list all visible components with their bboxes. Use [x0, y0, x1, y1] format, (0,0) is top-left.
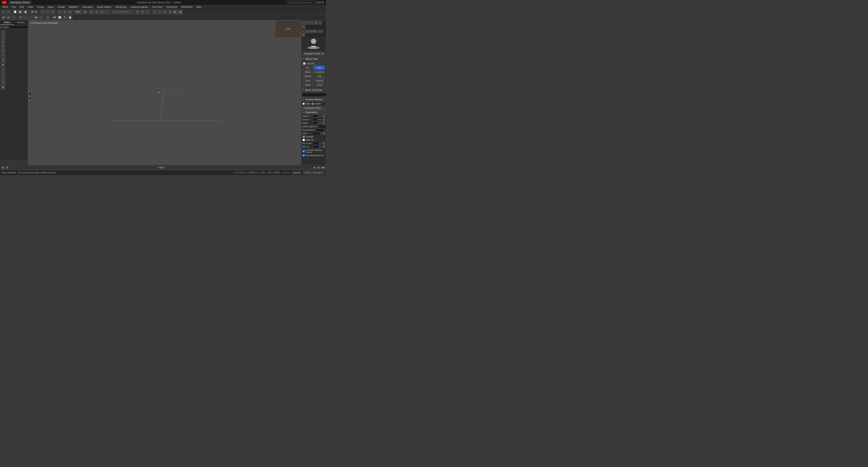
- unlink-btn[interactable]: ⛓: [6, 15, 11, 20]
- radius1-down[interactable]: ▼: [323, 116, 325, 118]
- display-tab-icon[interactable]: 👁: [318, 21, 322, 25]
- sidebar-icon-10[interactable]: ≡: [1, 71, 5, 76]
- menu-modifiers[interactable]: Modifiers: [67, 6, 80, 8]
- ref-coord-select[interactable]: View: [74, 10, 87, 14]
- keyboard-shortcut-btn[interactable]: ⌨: [52, 15, 57, 20]
- parameters-header[interactable]: ▼ Parameters: [301, 110, 326, 114]
- autogrid-btn[interactable]: AutoGrid: [302, 62, 325, 65]
- timeline-prev-frame-btn[interactable]: ◀: [5, 166, 9, 169]
- circ-region-btn[interactable]: ○: [28, 15, 33, 20]
- viewport-expand-btn[interactable]: ▶: [28, 93, 31, 99]
- menu-edit[interactable]: Edit: [18, 6, 26, 8]
- center-radio[interactable]: [312, 103, 314, 105]
- rect-region-btn[interactable]: ⬚: [23, 15, 28, 20]
- curve-editor-btn[interactable]: 〜: [152, 10, 157, 14]
- object-name-input[interactable]: [2, 26, 31, 29]
- minimize-btn[interactable]: −: [315, 1, 318, 4]
- workspace-button[interactable]: Workspace: Default: [9, 1, 31, 4]
- edge-radio[interactable]: [303, 103, 305, 105]
- height-up[interactable]: ▲: [323, 122, 325, 123]
- height-seg-input[interactable]: [318, 125, 326, 128]
- menu-create[interactable]: Create: [56, 6, 67, 8]
- radius2-down[interactable]: ▼: [323, 120, 325, 121]
- slice-to-input[interactable]: [313, 145, 322, 148]
- geosphere-btn[interactable]: GeoSphere: [314, 70, 325, 74]
- bind-space-warp-btn[interactable]: ≈: [11, 15, 16, 20]
- cat-light-icon[interactable]: ☀: [309, 30, 312, 33]
- search-input[interactable]: [286, 1, 315, 4]
- viewport-3d[interactable]: [+] [Perspective] [Shaded] CAM: [28, 20, 301, 165]
- slice-from-down[interactable]: ▼: [323, 143, 325, 145]
- key-filters-btn[interactable]: Key Filters...: [312, 171, 324, 175]
- util-btn[interactable]: 🔧: [62, 15, 67, 20]
- track-view-btn[interactable]: 📊: [57, 15, 62, 20]
- sidebar-icon-11[interactable]: ⊕: [1, 76, 5, 80]
- keyboard-entry-header[interactable]: ▶ Keyboard Entry: [301, 106, 326, 110]
- obj-name-input[interactable]: [302, 93, 326, 96]
- schematic-btn[interactable]: ⬡: [157, 10, 162, 14]
- sidebar-icon-7[interactable]: ◉: [1, 58, 5, 62]
- cat-system-icon[interactable]: ⚙: [302, 33, 305, 37]
- smooth-checkbox[interactable]: [303, 135, 305, 138]
- menu-file[interactable]: File: [10, 6, 18, 8]
- new-btn[interactable]: 📄: [13, 10, 18, 14]
- name-color-box[interactable]: [1, 26, 1, 29]
- utilities-tab-icon[interactable]: 🔧: [302, 25, 306, 29]
- timeline-ruler[interactable]: 40 / 100: [9, 166, 312, 169]
- select-filter-btn[interactable]: ☰: [51, 10, 55, 14]
- create-tab-icon[interactable]: +: [302, 21, 306, 25]
- sides-down[interactable]: ▼: [323, 133, 325, 135]
- pct-snap-btn[interactable]: %: [99, 10, 104, 14]
- snap-toggle-btn[interactable]: ⊕: [89, 10, 94, 14]
- height-down[interactable]: ▼: [323, 123, 325, 125]
- sphere-btn[interactable]: Sphere: [302, 70, 313, 74]
- filter-select[interactable]: All: [30, 10, 38, 14]
- select-obj-btn[interactable]: ↖: [40, 10, 45, 14]
- radius1-up[interactable]: ▲: [323, 115, 325, 116]
- slice-to-down[interactable]: ▼: [323, 147, 325, 148]
- object-type-header[interactable]: ▼ Object Type: [301, 57, 326, 61]
- modify-tab-icon[interactable]: ⚙: [306, 21, 310, 25]
- named-selection-input[interactable]: [112, 10, 133, 14]
- menu-civil-view[interactable]: Civil View: [150, 6, 164, 8]
- autogrid-checkbox[interactable]: [303, 62, 305, 65]
- menu-lighting[interactable]: Lighting Analysis: [128, 6, 150, 8]
- menu-customize[interactable]: Customize: [164, 6, 179, 8]
- real-world-checkbox[interactable]: [303, 154, 305, 157]
- crossing-btn[interactable]: ⊡: [45, 15, 50, 20]
- sides-input[interactable]: [313, 132, 322, 135]
- timeline-play-btn[interactable]: ▶: [313, 166, 316, 169]
- menu-help[interactable]: Help: [195, 6, 203, 8]
- creation-method-header[interactable]: ▼ Creation Method: [301, 97, 326, 102]
- cat-geo-icon[interactable]: ⬛: [302, 30, 305, 33]
- cylinder-btn[interactable]: Cylinder: [302, 74, 313, 78]
- timeline-end-btn[interactable]: ▶▶|: [321, 166, 325, 169]
- sidebar-icon-3[interactable]: ⊟: [1, 39, 5, 44]
- sidebar-icon-lock[interactable]: 🔒: [1, 85, 5, 89]
- render-setup-btn[interactable]: ⚙: [167, 10, 172, 14]
- menu-animation[interactable]: Animation: [81, 6, 95, 8]
- slice-to-up[interactable]: ▲: [323, 145, 325, 147]
- gen-map-coords-checkbox[interactable]: [303, 150, 305, 152]
- height-input[interactable]: [313, 122, 322, 125]
- radius2-input[interactable]: [313, 118, 322, 121]
- menu-mud[interactable]: MUD: [1, 6, 10, 8]
- slice-from-up[interactable]: ▲: [323, 142, 325, 143]
- undo-btn[interactable]: ↩: [1, 10, 6, 14]
- align-btn[interactable]: ⊞: [140, 10, 145, 14]
- cat-spacewarp-icon[interactable]: 〜: [320, 30, 323, 33]
- pyramid-btn[interactable]: Pyramid: [314, 79, 325, 83]
- cone-btn[interactable]: Cone: [314, 66, 325, 70]
- radius2-up[interactable]: ▲: [323, 118, 325, 120]
- tube-btn[interactable]: Tube: [314, 74, 325, 78]
- sidebar-icon-12[interactable]: ⊖: [1, 81, 5, 85]
- select-region-btn[interactable]: ⬚: [45, 10, 50, 14]
- sidebar-icon-2[interactable]: ⊞: [1, 35, 5, 39]
- sidebar-collapse-btn[interactable]: —: [1, 161, 27, 164]
- box-btn[interactable]: Box: [302, 66, 313, 70]
- sidebar-icon-9[interactable]: ⬡: [1, 67, 5, 71]
- timeline-prev-btn[interactable]: |◀: [1, 166, 4, 169]
- save-btn[interactable]: 💾: [23, 10, 28, 14]
- sidebar-icon-5[interactable]: ⊡: [1, 49, 5, 53]
- menu-group[interactable]: Group: [35, 6, 45, 8]
